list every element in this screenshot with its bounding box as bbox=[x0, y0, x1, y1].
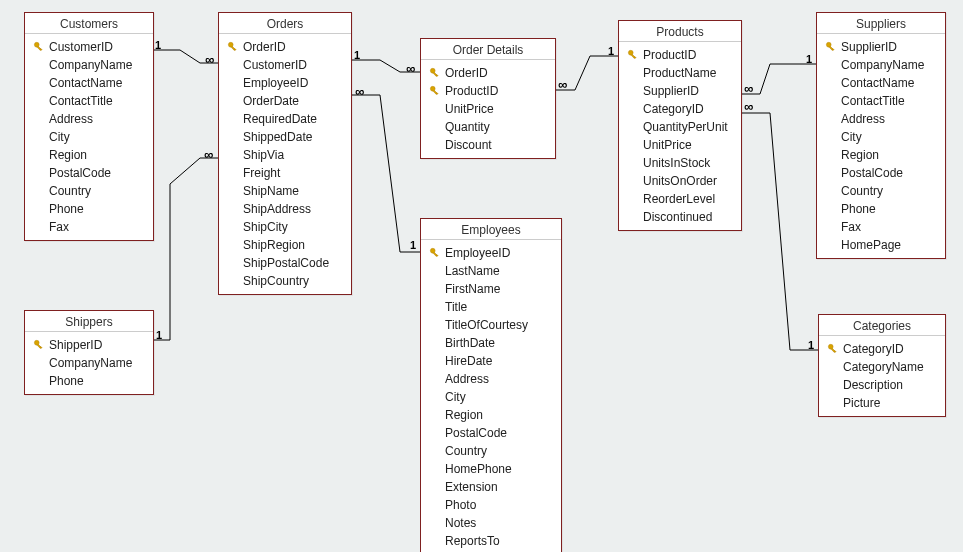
field-row[interactable]: Country bbox=[421, 442, 561, 460]
field-row[interactable]: CustomerID bbox=[25, 38, 153, 56]
field-row[interactable]: Address bbox=[421, 370, 561, 388]
field-name: Phone bbox=[47, 374, 84, 388]
field-row[interactable]: ContactName bbox=[25, 74, 153, 92]
field-row[interactable]: ShippedDate bbox=[219, 128, 351, 146]
entity-title[interactable]: Order Details bbox=[421, 39, 555, 59]
field-row[interactable]: Photo bbox=[421, 496, 561, 514]
field-row[interactable]: CategoryID bbox=[819, 340, 945, 358]
field-row[interactable]: City bbox=[817, 128, 945, 146]
field-row[interactable]: EmployeeID bbox=[421, 244, 561, 262]
field-row[interactable]: TitleOfCourtesy bbox=[421, 316, 561, 334]
field-row[interactable]: Description bbox=[819, 376, 945, 394]
field-row[interactable]: ShipVia bbox=[219, 146, 351, 164]
field-row[interactable]: UnitsOnOrder bbox=[619, 172, 741, 190]
field-row[interactable]: Discontinued bbox=[619, 208, 741, 226]
field-row[interactable]: ContactTitle bbox=[817, 92, 945, 110]
entity-title[interactable]: Suppliers bbox=[817, 13, 945, 33]
field-row[interactable]: Address bbox=[817, 110, 945, 128]
field-row[interactable]: Region bbox=[421, 406, 561, 424]
field-row[interactable]: OrderDate bbox=[219, 92, 351, 110]
field-row[interactable]: RequiredDate bbox=[219, 110, 351, 128]
field-name: Picture bbox=[841, 396, 880, 410]
field-row[interactable]: EmployeeID bbox=[219, 74, 351, 92]
entity-employees[interactable]: EmployeesEmployeeIDLastNameFirstNameTitl… bbox=[420, 218, 562, 552]
entity-customers[interactable]: CustomersCustomerIDCompanyNameContactNam… bbox=[24, 12, 154, 241]
field-row[interactable]: City bbox=[421, 388, 561, 406]
field-row[interactable]: ShipName bbox=[219, 182, 351, 200]
field-row[interactable]: UnitPrice bbox=[619, 136, 741, 154]
field-row[interactable]: Title bbox=[421, 298, 561, 316]
entity-title[interactable]: Employees bbox=[421, 219, 561, 239]
field-row[interactable]: ReportsTo bbox=[421, 532, 561, 550]
field-row[interactable]: ProductID bbox=[619, 46, 741, 64]
field-row[interactable]: Region bbox=[25, 146, 153, 164]
field-row[interactable]: Notes bbox=[421, 514, 561, 532]
field-row[interactable]: CompanyName bbox=[25, 56, 153, 74]
entity-field-list: SupplierIDCompanyNameContactNameContactT… bbox=[817, 33, 945, 258]
field-row[interactable]: BirthDate bbox=[421, 334, 561, 352]
field-row[interactable]: PostalCode bbox=[421, 424, 561, 442]
field-row[interactable]: ProductID bbox=[421, 82, 555, 100]
field-row[interactable]: ProductName bbox=[619, 64, 741, 82]
entity-title[interactable]: Categories bbox=[819, 315, 945, 335]
entity-title[interactable]: Shippers bbox=[25, 311, 153, 331]
field-row[interactable]: ShipperID bbox=[25, 336, 153, 354]
field-name: Address bbox=[839, 112, 885, 126]
field-row[interactable]: Phone bbox=[25, 372, 153, 390]
field-row[interactable]: SupplierID bbox=[619, 82, 741, 100]
field-row[interactable]: ShipAddress bbox=[219, 200, 351, 218]
field-row[interactable]: OrderID bbox=[421, 64, 555, 82]
field-row[interactable]: ShipCountry bbox=[219, 272, 351, 290]
field-row[interactable]: UnitsInStock bbox=[619, 154, 741, 172]
entity-categories[interactable]: CategoriesCategoryIDCategoryNameDescript… bbox=[818, 314, 946, 417]
field-row[interactable]: Phone bbox=[25, 200, 153, 218]
field-row[interactable]: LastName bbox=[421, 262, 561, 280]
field-row[interactable]: Extension bbox=[421, 478, 561, 496]
field-name: UnitPrice bbox=[443, 102, 494, 116]
field-row[interactable]: Region bbox=[817, 146, 945, 164]
field-row[interactable]: OrderID bbox=[219, 38, 351, 56]
field-row[interactable]: CategoryID bbox=[619, 100, 741, 118]
field-row[interactable]: PostalCode bbox=[25, 164, 153, 182]
field-row[interactable]: Discount bbox=[421, 136, 555, 154]
field-row[interactable]: UnitPrice bbox=[421, 100, 555, 118]
field-row[interactable]: Fax bbox=[817, 218, 945, 236]
field-row[interactable]: CompanyName bbox=[25, 354, 153, 372]
entity-suppliers[interactable]: SuppliersSupplierIDCompanyNameContactNam… bbox=[816, 12, 946, 259]
field-row[interactable]: ShipPostalCode bbox=[219, 254, 351, 272]
field-row[interactable]: ContactTitle bbox=[25, 92, 153, 110]
field-row[interactable]: Phone bbox=[817, 200, 945, 218]
entity-title[interactable]: Orders bbox=[219, 13, 351, 33]
field-row[interactable]: Country bbox=[25, 182, 153, 200]
field-row[interactable]: ReorderLevel bbox=[619, 190, 741, 208]
field-name: CategoryID bbox=[641, 102, 704, 116]
field-row[interactable]: HomePhone bbox=[421, 460, 561, 478]
entity-title[interactable]: Products bbox=[619, 21, 741, 41]
field-row[interactable]: CompanyName bbox=[817, 56, 945, 74]
field-row[interactable]: Address bbox=[25, 110, 153, 128]
field-row[interactable]: FirstName bbox=[421, 280, 561, 298]
field-row[interactable]: Picture bbox=[819, 394, 945, 412]
field-row[interactable]: PostalCode bbox=[817, 164, 945, 182]
entity-orders[interactable]: OrdersOrderIDCustomerIDEmployeeIDOrderDa… bbox=[218, 12, 352, 295]
field-row[interactable]: HomePage bbox=[817, 236, 945, 254]
entity-products[interactable]: ProductsProductIDProductNameSupplierIDCa… bbox=[618, 20, 742, 231]
field-row[interactable]: Fax bbox=[25, 218, 153, 236]
field-row[interactable]: SupplierID bbox=[817, 38, 945, 56]
field-row[interactable]: CustomerID bbox=[219, 56, 351, 74]
field-row[interactable]: QuantityPerUnit bbox=[619, 118, 741, 136]
er-diagram-canvas[interactable]: 1 ∞ 1 ∞ 1 ∞ 1 ∞ ∞ 1 ∞ 1 ∞ 1 CustomersCus… bbox=[0, 0, 963, 552]
field-row[interactable]: ContactName bbox=[817, 74, 945, 92]
field-row[interactable]: ShipRegion bbox=[219, 236, 351, 254]
field-row[interactable]: HireDate bbox=[421, 352, 561, 370]
field-name: ShipCity bbox=[241, 220, 288, 234]
entity-orderdetails[interactable]: Order DetailsOrderIDProductIDUnitPriceQu… bbox=[420, 38, 556, 159]
field-row[interactable]: Freight bbox=[219, 164, 351, 182]
field-row[interactable]: City bbox=[25, 128, 153, 146]
entity-shippers[interactable]: ShippersShipperIDCompanyNamePhone bbox=[24, 310, 154, 395]
entity-title[interactable]: Customers bbox=[25, 13, 153, 33]
field-row[interactable]: Country bbox=[817, 182, 945, 200]
field-row[interactable]: ShipCity bbox=[219, 218, 351, 236]
field-row[interactable]: CategoryName bbox=[819, 358, 945, 376]
field-row[interactable]: Quantity bbox=[421, 118, 555, 136]
